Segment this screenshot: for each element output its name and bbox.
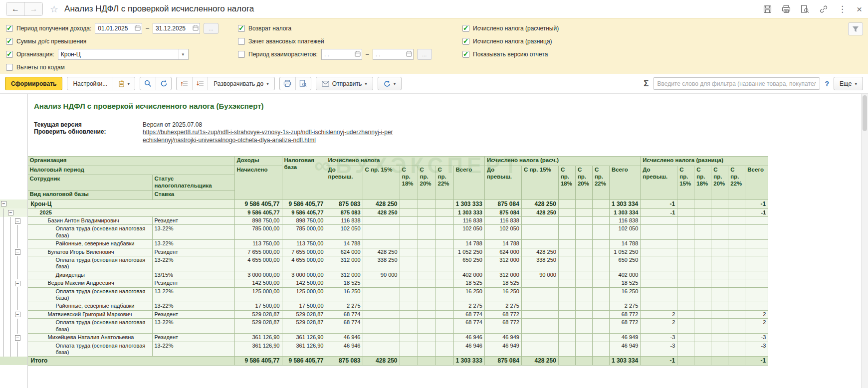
cell-value: 428 250 [363,357,400,366]
sum-selected-icon[interactable]: Σ [644,79,649,89]
quick-filter-input[interactable] [653,77,820,90]
cell-value [558,199,575,208]
cell-value [728,310,745,318]
cell-value [435,217,453,225]
show-report-version-checkbox[interactable] [462,51,469,58]
preview-icon[interactable] [801,5,809,13]
collapse-toggle[interactable] [1,201,6,206]
collapse-rows-icon[interactable] [177,77,192,90]
settlement-to-field[interactable]: . . [373,49,414,60]
cell-value: 14 788 [453,240,484,248]
cell-value [521,334,558,342]
filter-panel: Период получения дохода: 01.01.2025 – 31… [0,18,868,74]
tree-gutter [0,157,27,200]
cell-value: 2 275 [453,302,484,310]
cell-value [694,310,711,318]
period-income-to-field[interactable]: 31.12.2025 [153,23,200,34]
deductions-by-codes-checkbox[interactable] [6,64,13,71]
collapse-toggle[interactable] [15,249,20,255]
more-button[interactable]: Еще [834,77,863,90]
cell-value [558,225,575,240]
sums-excess-checkbox[interactable] [6,38,13,45]
cell-status: 13-22% [152,287,234,302]
send-button[interactable]: Отправить [316,77,373,90]
settlement-more-button[interactable]: ... [417,49,432,60]
collapse-toggle[interactable] [15,312,20,317]
save-icon[interactable] [763,5,772,13]
settlement-period-checkbox[interactable] [238,51,245,58]
back-icon[interactable]: ← [6,2,24,15]
report-variants-icon[interactable] [113,77,135,90]
reload-button[interactable] [378,77,402,90]
vertical-scrollbar[interactable] [861,94,868,388]
expand-rows-icon[interactable] [192,77,208,90]
cell-value [711,302,728,310]
report-title: Анализ НДФЛ с проверкой исчисленного нал… [34,102,868,110]
collapse-toggle[interactable] [15,218,20,224]
calendar-icon[interactable] [355,51,361,58]
cell-status: 13-22% [152,342,234,357]
calendar-icon[interactable] [406,51,412,58]
cell-value [558,208,575,216]
tree-gutter [0,310,27,318]
cell-value [418,208,435,216]
expand-to-button[interactable]: Разворачивать до [208,77,274,90]
cell-value [677,357,694,366]
chevron-down-icon[interactable] [179,49,187,59]
cell-status: 13-22% [152,319,234,334]
search-reset-icon[interactable] [156,77,171,90]
filter-settings-button[interactable] [848,22,863,35]
cell-value: 428 250 [363,199,400,208]
report-area: ∞БУХЭКСПЕРТ Анализ НДФЛ с проверкой исчи… [0,94,868,388]
cell-value [558,310,575,318]
forward-icon[interactable]: → [24,2,42,15]
calc-tax-diff-checkbox[interactable] [462,38,469,45]
cell-name: Булатов Игорь Виленович [27,248,152,256]
cell-value [711,287,728,302]
table-row: Оплата труда (основная налоговая база)13… [0,342,768,357]
cell-value: 402 000 [609,271,640,279]
cell-value [575,342,592,357]
cell-value [745,217,768,225]
kebab-icon[interactable]: ⋮ [838,5,847,13]
print-icon[interactable] [782,5,791,13]
cell-value [363,334,400,342]
tree-gutter [0,217,27,225]
close-icon[interactable]: × [857,4,862,14]
calendar-icon[interactable] [193,25,199,32]
period-income-checkbox[interactable] [6,25,13,32]
link-icon[interactable] [819,5,828,13]
tax-refund-checkbox[interactable] [238,25,245,32]
cell-value [694,271,711,279]
generate-button[interactable]: Сформировать [5,77,62,90]
organization-checkbox[interactable] [6,51,13,58]
cell-value [728,217,745,225]
settlement-from-field[interactable]: . . [321,49,362,60]
cell-value [592,240,609,248]
star-icon[interactable]: ☆ [50,3,58,15]
cell-value [677,217,694,225]
collapse-toggle[interactable] [8,210,13,215]
cell-value [728,334,745,342]
tree-gutter [0,287,27,302]
period-income-from-field[interactable]: 01.01.2025 [95,23,142,34]
cell-value [418,357,435,366]
help-button[interactable]: ? [825,80,829,88]
header-income: Доходы [234,157,282,166]
update-url-line1[interactable]: https://buhexpert8.ru/1s-zup/ndfl-i-stra… [143,128,393,136]
cell-value [592,342,609,357]
update-url-line2[interactable]: echislennyj/nastrojki-universalnogo-otch… [143,136,393,144]
print-preview-icon[interactable] [295,77,311,90]
quick-print-icon[interactable] [280,77,295,90]
collapse-toggle[interactable] [15,281,20,286]
search-icon[interactable] [140,77,156,90]
settings-button[interactable]: Настройки... [67,77,113,90]
cell-value [641,248,677,256]
organization-field[interactable]: Крон-Ц [58,49,189,60]
advance-offset-checkbox[interactable] [238,38,245,45]
collapse-toggle[interactable] [15,335,20,341]
period-income-more-button[interactable]: ... [204,23,218,34]
calc-tax-calculated-checkbox[interactable] [462,25,469,32]
scrollbar-thumb[interactable] [863,95,867,131]
calendar-icon[interactable] [135,25,141,32]
